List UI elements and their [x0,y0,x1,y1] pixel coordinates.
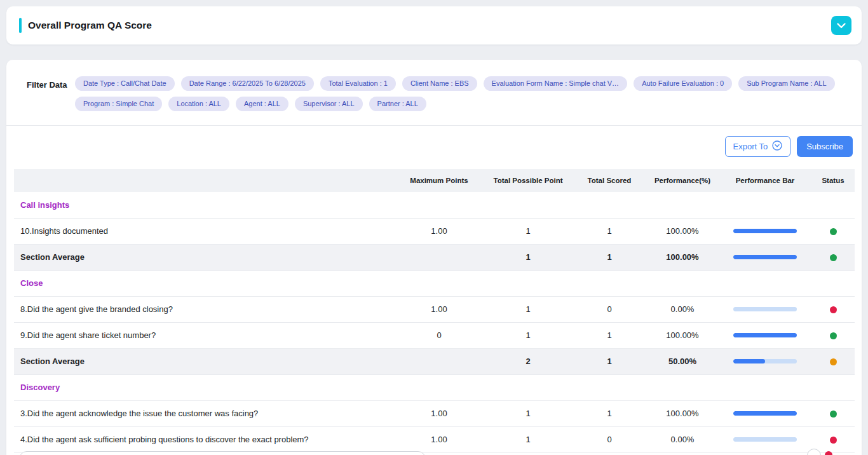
filter-chip: Auto Failure Evaluation : 0 [634,76,732,91]
qa-table-wrapper: Maximum PointsTotal Possible PointTotal … [14,169,855,453]
maximum-points-value: 0 [395,322,484,348]
performance-pct-value: 100.00% [646,218,719,244]
status-cell [811,244,855,270]
performance-bar-cell [719,296,811,322]
performance-pct-value: 0.00% [646,426,719,452]
filter-section: Filter Data Date Type : Call/Chat DateDa… [6,76,862,111]
performance-pct-value: 0.00% [646,296,719,322]
performance-bar-fill [733,255,797,259]
total-possible-point-value: 1 [484,426,573,452]
maximum-points-value: 1.00 [395,400,484,426]
filter-chip-list: Date Type : Call/Chat DateDate Range : 6… [75,76,846,111]
question-row: 8.Did the agent give the branded closing… [14,296,855,322]
performance-bar-fill [733,333,797,337]
qa-score-table: Maximum PointsTotal Possible PointTotal … [14,169,855,453]
performance-bar-cell [719,426,811,452]
performance-bar-track [733,359,797,363]
performance-bar-cell [719,218,811,244]
performance-bar-cell [719,322,811,348]
total-possible-point-value: 1 [484,218,573,244]
chevron-down-icon [837,23,846,29]
performance-pct-value: 100.00% [646,322,719,348]
total-possible-point-value: 1 [484,400,573,426]
filter-chip: Partner : ALL [369,97,426,111]
status-dot [830,254,837,261]
performance-bar-track [733,333,797,337]
status-dot [830,306,837,313]
performance-pct-value: 100.00% [646,400,719,426]
collapse-panel-button[interactable] [831,16,851,35]
filter-chip: Agent : ALL [236,97,288,111]
section-name: Call insights [14,192,855,218]
section-name: Close [14,270,855,296]
filter-chip: Total Evaluation : 1 [320,76,396,91]
export-to-button[interactable]: Export To [725,136,791,157]
filter-chip: Evaluation Form Name : Simple chat V… [484,76,628,91]
performance-bar-track [733,411,797,416]
section-average-row: Section Average2150.00% [14,348,855,374]
question-row: 4.Did the agent ask sufficient probing q… [14,426,855,452]
column-header: Performance Bar [719,169,811,192]
filter-chip: Client Name : EBS [402,76,477,91]
performance-bar-cell [719,400,811,426]
table-body: Call insights10.Insights documented1.001… [14,192,855,452]
total-possible-point-value: 1 [484,296,573,322]
row-label: 9.Did the agent share ticket number? [14,322,395,348]
column-header: Performance(%) [646,169,719,192]
status-dot [830,228,837,235]
total-scored-value: 1 [573,218,646,244]
performance-bar-track [733,307,797,311]
export-button-label: Export To [733,142,768,151]
performance-bar-cell [719,244,811,270]
section-header-row: Call insights [14,192,855,218]
filter-chip: Date Range : 6/22/2025 To 6/28/2025 [181,76,314,91]
subscribe-button[interactable]: Subscribe [797,136,853,157]
total-scored-value: 0 [573,426,646,452]
status-cell [811,400,855,426]
filter-data-label: Filter Data [27,80,75,90]
status-cell [811,348,855,374]
row-label: Section Average [14,244,395,270]
title-card: Overall Program QA Score [6,6,862,44]
row-label: 4.Did the agent ask sufficient probing q… [14,426,395,452]
status-cell [811,322,855,348]
performance-bar-track [733,437,797,442]
maximum-points-value: 1.00 [395,426,484,452]
column-header: Status [811,169,855,192]
cutoff-status-dot [825,451,832,455]
total-possible-point-value: 1 [484,244,573,270]
performance-bar-track [733,229,797,233]
chevron-down-circle-icon [772,140,782,153]
question-row: 10.Insights documented1.0011100.00% [14,218,855,244]
row-label: Section Average [14,348,395,374]
filter-chip: Supervisor : ALL [295,97,363,111]
status-cell [811,218,855,244]
section-header-row: Close [14,270,855,296]
row-label: 8.Did the agent give the branded closing… [14,296,395,322]
total-scored-value: 1 [573,348,646,374]
row-label: 3.Did the agent acknowledge the issue th… [14,400,395,426]
performance-pct-value: 100.00% [646,244,719,270]
title-accent-bar [19,18,22,33]
performance-bar-fill [733,411,797,416]
total-scored-value: 1 [573,322,646,348]
cutoff-panel [19,451,426,455]
page-title: Overall Program QA Score [28,20,831,31]
column-header: Total Possible Point [484,169,573,192]
table-header-row: Maximum PointsTotal Possible PointTotal … [14,169,855,192]
section-name: Discovery [14,374,855,400]
section-average-row: Section Average11100.00% [14,244,855,270]
maximum-points-value: 1.00 [395,218,484,244]
total-scored-value: 1 [573,400,646,426]
total-possible-point-value: 2 [484,348,573,374]
status-dot [830,411,837,418]
maximum-points-value [395,348,484,374]
performance-bar-cell [719,348,811,374]
column-header: Maximum Points [395,169,484,192]
qa-score-card: Filter Data Date Type : Call/Chat DateDa… [6,60,862,455]
question-row: 3.Did the agent acknowledge the issue th… [14,400,855,426]
status-dot [830,332,837,339]
status-dot [830,437,837,444]
performance-bar-fill [733,359,765,363]
column-header: Total Scored [573,169,646,192]
